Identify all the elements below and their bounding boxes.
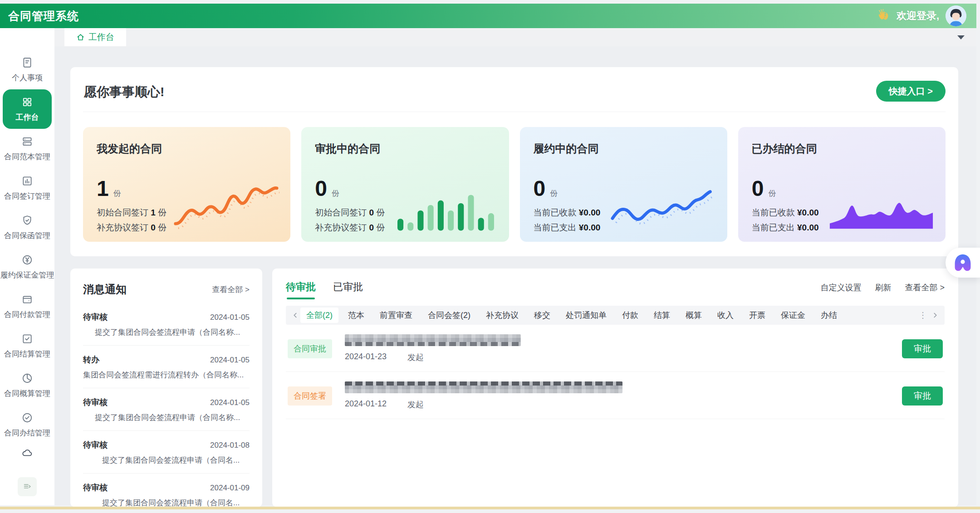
stat-unit: 份: [113, 188, 121, 199]
approve-button[interactable]: 审批: [902, 386, 943, 406]
overview-panel: 愿你事事顺心! 快捷入口 > 我发起的合同 1 份 初始合同签订 1 份 补充协…: [70, 67, 958, 256]
sidebar-item-guarantee-letter[interactable]: 合同保函管理: [3, 208, 52, 247]
stat-card-performing[interactable]: 履约中的合同 0 份 当前已收款 ¥0.00 当前已支出 ¥0.00: [520, 127, 727, 242]
stat-count: 0: [315, 176, 327, 201]
assistant-floating-button[interactable]: [946, 248, 980, 278]
stat-card-in-approval[interactable]: 审批中的合同 0 份 初始合同签订 0 份 补充协议签订 0 份: [301, 127, 509, 242]
message-body: 提交了集团合同会签流程申请（合同名称...: [83, 327, 250, 337]
sidebar-item-contract-estimate[interactable]: 合同概算管理: [3, 366, 52, 405]
stat-unit: 份: [550, 188, 558, 199]
sidebar-item-personal[interactable]: 个人事项: [3, 50, 52, 89]
sidebar-item-cloud[interactable]: [21, 447, 33, 461]
sidebar-item-performance-bond[interactable]: 履约保证金管理: [3, 247, 52, 287]
sidebar-item-label: 履约保证金管理: [0, 270, 54, 280]
message-tag: 待审核: [83, 312, 108, 322]
filter-completion[interactable]: 办结: [813, 308, 845, 323]
filter-invoice[interactable]: 开票: [741, 308, 773, 323]
divider: [83, 112, 946, 112]
filter-countersign[interactable]: 合同会签(2): [420, 308, 478, 323]
message-item[interactable]: 待审核2024-01-05 提交了集团合同会签流程申请（合同名称...: [83, 303, 250, 346]
dashboard-grid-icon: [21, 96, 33, 108]
window-bottom-edge: [0, 507, 980, 509]
document-icon: [21, 57, 33, 68]
tab-approved[interactable]: 已审批: [333, 280, 363, 294]
approval-submitter: 发起: [407, 352, 424, 363]
stat-line: 当前已支出 ¥0.00: [534, 222, 601, 234]
message-tag: 转办: [83, 354, 99, 365]
sidebar-item-contract-payment[interactable]: 合同付款管理: [3, 287, 52, 326]
sidebar-item-label: 合同结算管理: [4, 349, 50, 359]
filter-more-icon[interactable]: ⋮: [919, 310, 927, 320]
message-body: 提交了集团合同会签流程申请（合同名称...: [83, 412, 250, 423]
stat-card-completed[interactable]: 已办结的合同 0 份 当前已收款 ¥0.00 当前已支出 ¥0.00: [738, 127, 946, 242]
clapping-hands-icon: [877, 8, 890, 24]
message-item[interactable]: 待审核2024-01-05 提交了集团合同会签流程申请（合同名称...: [83, 388, 250, 431]
message-date: 2024-01-09: [210, 484, 250, 493]
message-item[interactable]: 待审核2024-01-09 提交了集团合同会签流程申请（合同名...: [83, 474, 250, 507]
stat-line: 初始合同签订 0 份: [315, 207, 385, 219]
sidebar-item-workbench[interactable]: 工作台: [3, 89, 52, 129]
approval-row[interactable]: 合同审批 2024-01-23 发起 审批: [286, 325, 945, 372]
approve-button[interactable]: 审批: [902, 339, 943, 358]
pie-clock-icon: [21, 372, 33, 384]
message-date: 2024-01-08: [210, 441, 250, 450]
sidebar-item-label: 工作台: [16, 112, 39, 122]
approvals-view-all-link[interactable]: 查看全部 >: [905, 282, 945, 293]
home-icon: [76, 33, 85, 42]
message-body: 集团合同会签流程需进行流程转办（合同名称...: [83, 370, 250, 380]
filter-transfer[interactable]: 移交: [526, 308, 558, 323]
sidebar-item-contract-completion[interactable]: 合同办结管理: [3, 405, 52, 445]
cloud-icon: [21, 447, 33, 459]
filter-income[interactable]: 收入: [710, 308, 741, 323]
sidebar-item-contract-signing[interactable]: 合同签订管理: [3, 168, 52, 208]
sidebar-item-label: 合同概算管理: [4, 388, 50, 399]
filter-settlement[interactable]: 结算: [646, 308, 678, 323]
sidebar-item-label: 个人事项: [12, 73, 43, 83]
check-circle-icon: [21, 412, 33, 424]
chevron-right-icon[interactable]: [932, 312, 938, 318]
custom-settings-link[interactable]: 自定义设置: [820, 282, 861, 293]
filter-template[interactable]: 范本: [340, 308, 372, 323]
approvals-panel: 待审批 已审批 自定义设置 刷新 查看全部 > 全部(2) 范本 前置审查 合同…: [272, 269, 958, 507]
tab-workbench-label: 工作台: [88, 31, 114, 43]
stat-card-initiated[interactable]: 我发起的合同 1 份 初始合同签订 1 份 补充协议签订 0 份: [83, 127, 290, 242]
assistant-a-logo-icon: [953, 253, 973, 273]
user-avatar[interactable]: [946, 5, 966, 26]
message-tag: 待审核: [83, 440, 108, 450]
stat-count: 0: [534, 176, 546, 201]
stat-unit: 份: [332, 188, 339, 199]
sidebar-item-label: 合同付款管理: [4, 309, 50, 320]
filter-all[interactable]: 全部(2): [300, 308, 338, 323]
sidebar-item-contract-templates[interactable]: 合同范本管理: [3, 129, 52, 168]
approval-date: 2024-01-12: [345, 399, 387, 410]
filter-payment[interactable]: 付款: [614, 308, 646, 323]
tab-workbench[interactable]: 工作台: [64, 28, 126, 46]
check-square-icon: [21, 333, 33, 345]
sidebar-collapse-button[interactable]: [18, 477, 37, 496]
tab-pending-approval[interactable]: 待审批: [286, 280, 316, 294]
chevron-left-icon[interactable]: [292, 312, 299, 318]
message-item[interactable]: 转办2024-01-05 集团合同会签流程需进行流程转办（合同名称...: [83, 346, 250, 388]
filter-bond[interactable]: 保证金: [773, 308, 813, 323]
sidebar-item-contract-settlement[interactable]: 合同结算管理: [3, 326, 52, 366]
stat-line: 当前已支出 ¥0.00: [752, 222, 819, 234]
filter-estimate[interactable]: 概算: [678, 308, 710, 323]
messages-view-all-link[interactable]: 查看全部 >: [212, 284, 250, 295]
quick-entry-button[interactable]: 快捷入口 >: [876, 81, 946, 102]
orange-line-sparkline: [173, 180, 279, 231]
stat-card-title: 履约中的合同: [534, 142, 714, 156]
approval-row[interactable]: 合同签署 2024-01-12 发起 审批: [286, 372, 945, 419]
refresh-link[interactable]: 刷新: [875, 282, 891, 293]
approvals-filter-bar: 全部(2) 范本 前置审查 合同会签(2) 补充协议 移交 处罚通知单 付款 结…: [286, 306, 945, 325]
filter-pre-review[interactable]: 前置审查: [372, 308, 420, 323]
tabs-dropdown-caret-icon[interactable]: [957, 35, 965, 39]
filter-penalty-notice[interactable]: 处罚通知单: [558, 308, 614, 323]
greeting-text: 愿你事事顺心!: [84, 83, 164, 101]
stat-card-title: 我发起的合同: [97, 142, 277, 156]
sidebar-item-label: 合同保函管理: [4, 230, 50, 241]
filter-supplement[interactable]: 补充协议: [478, 308, 526, 323]
stat-line: 当前已收款 ¥0.00: [752, 207, 819, 219]
redacted-contract-title: [345, 381, 622, 393]
message-item[interactable]: 待审核2024-01-08 提交了集团合同会签流程申请（合同名...: [83, 431, 250, 474]
purple-area-sparkline: [828, 190, 935, 231]
